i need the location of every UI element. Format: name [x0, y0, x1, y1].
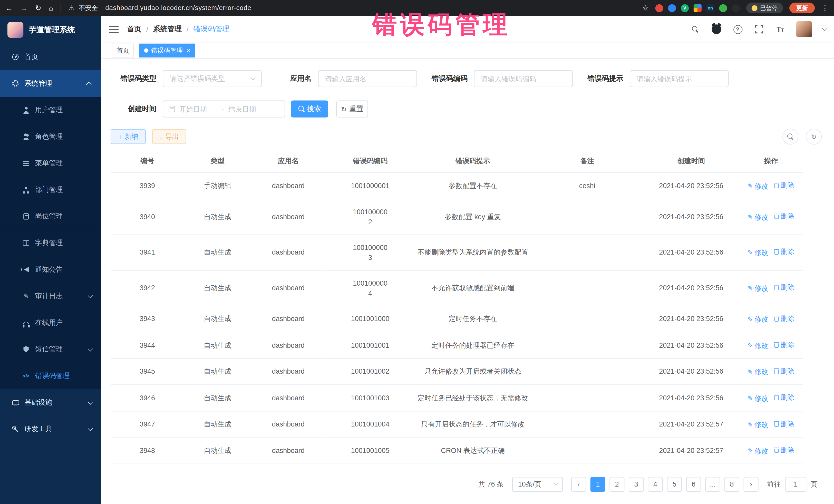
delete-link[interactable]: 删除	[774, 445, 794, 455]
delete-link[interactable]: 删除	[774, 392, 794, 402]
refresh-table-button[interactable]	[806, 129, 822, 145]
forward-icon[interactable]: →	[20, 4, 28, 12]
delete-link[interactable]: 删除	[774, 313, 794, 323]
extension-leaf-icon[interactable]	[719, 4, 727, 12]
reload-icon[interactable]: ↻	[35, 4, 41, 12]
edit-link[interactable]: ✎修改	[748, 446, 768, 456]
create-time-range-picker[interactable]: -	[163, 101, 285, 117]
page-button-6[interactable]: 6	[686, 477, 701, 491]
hamburger-icon[interactable]	[109, 26, 118, 32]
close-icon[interactable]: ×	[187, 47, 191, 53]
sidebar-item-tree[interactable]: 部门管理	[0, 177, 101, 203]
sidebar-item-list[interactable]: 菜单管理	[0, 150, 101, 177]
app-name-input[interactable]	[318, 70, 417, 87]
edit-link[interactable]: ✎修改	[748, 283, 768, 293]
page-button-5[interactable]: 5	[667, 477, 682, 491]
delete-link[interactable]: 删除	[774, 211, 794, 221]
page-button-8[interactable]: 8	[724, 477, 739, 491]
app-title: 芋道管理系统	[29, 25, 75, 35]
page-button-1[interactable]: 1	[591, 477, 605, 491]
edit-link[interactable]: ✎修改	[748, 314, 768, 324]
app-logo[interactable]: 芋道管理系统	[0, 16, 101, 44]
error-code-input[interactable]	[474, 70, 573, 87]
extension-on-badge-icon[interactable]: on	[706, 4, 715, 12]
extension-blue-icon[interactable]	[668, 4, 676, 12]
start-date-input[interactable]	[179, 105, 217, 113]
sidebar-item-gear[interactable]: 系统管理	[0, 70, 101, 97]
sidebar-item-megaphone[interactable]: 通知公告	[0, 256, 101, 283]
tab-item[interactable]: 首页	[112, 44, 134, 58]
kebab-menu-icon[interactable]: ⋮	[821, 4, 829, 12]
cell-time: 2021-04-20 23:52:57	[643, 437, 739, 464]
github-icon[interactable]	[711, 24, 722, 35]
create-time-label: 创建时间	[111, 104, 163, 114]
fullscreen-icon[interactable]	[754, 24, 764, 35]
error-type-select[interactable]: 请选择错误码类型	[163, 70, 262, 87]
edit-link[interactable]: ✎修改	[748, 212, 768, 222]
address-bar[interactable]: dashboard.yudao.iocoder.cn/system/error-…	[105, 4, 251, 12]
sidebar-item-monitor[interactable]: 基础设施	[0, 389, 101, 416]
add-button[interactable]: + 新增	[111, 129, 146, 144]
edit-link[interactable]: ✎修改	[748, 367, 768, 377]
delete-link[interactable]: 删除	[774, 366, 794, 376]
more-pages-button[interactable]: ...	[705, 477, 720, 491]
sidebar-item-badge[interactable]: 岗位管理	[0, 203, 101, 230]
search-icon[interactable]	[690, 24, 700, 35]
delete-link[interactable]: 删除	[774, 419, 794, 429]
cell-time: 2021-04-20 23:52:56	[643, 270, 739, 306]
prev-page-button[interactable]: ‹	[571, 477, 586, 491]
extension-dark-icon[interactable]	[732, 4, 740, 12]
extension-green-check-icon[interactable]: V	[681, 4, 689, 12]
delete-link[interactable]: 删除	[774, 283, 794, 292]
delete-link[interactable]: 删除	[774, 247, 794, 257]
sidebar-item-edit[interactable]: ✎审计日志	[0, 283, 101, 309]
sidebar-item-tool[interactable]: 研发工具	[0, 416, 101, 442]
next-page-button[interactable]: ›	[744, 477, 759, 491]
error-hint-input[interactable]	[630, 70, 729, 87]
goto-page-input[interactable]	[785, 477, 806, 491]
paused-badge[interactable]: 已暂停	[746, 3, 783, 13]
sidebar-item-user[interactable]: 用户管理	[0, 97, 101, 124]
sidebar-item-shield[interactable]: 短信管理	[0, 336, 101, 363]
delete-link[interactable]: 删除	[774, 180, 794, 190]
page-size-select[interactable]: 10条/页	[512, 477, 563, 491]
delete-label: 删除	[781, 445, 794, 455]
edit-link[interactable]: ✎修改	[748, 341, 768, 351]
breadcrumb-item[interactable]: 首页	[127, 24, 141, 34]
sidebar-item-book[interactable]: 字典管理	[0, 230, 101, 256]
reset-button[interactable]: 重置	[336, 101, 368, 117]
sidebar-item-code[interactable]: </>错误码管理	[0, 363, 101, 389]
sidebar-item-users[interactable]: 角色管理	[0, 124, 101, 150]
search-button[interactable]: 搜索	[291, 101, 328, 117]
fontsize-icon[interactable]: TT	[775, 24, 786, 35]
cell-remark	[531, 358, 643, 385]
sidebar-item-headset[interactable]: 在线用户	[0, 309, 101, 336]
tab-active[interactable]: 错误码管理×	[139, 44, 195, 58]
edit-link[interactable]: ✎修改	[748, 420, 768, 430]
edit-link[interactable]: ✎修改	[748, 248, 768, 258]
bookmark-star-icon[interactable]: ☆	[642, 4, 649, 12]
toggle-search-button[interactable]	[783, 129, 798, 145]
help-icon[interactable]: ?	[732, 24, 743, 35]
page-button-3[interactable]: 3	[629, 477, 643, 491]
extension-red-icon[interactable]	[655, 4, 663, 12]
home-icon[interactable]: ⌂	[49, 4, 53, 12]
export-button[interactable]: ↓ 导出	[152, 129, 186, 144]
pencil-icon: ✎	[748, 183, 753, 190]
refresh-icon	[811, 133, 817, 140]
update-button[interactable]: 更新	[789, 3, 815, 13]
page-button-2[interactable]: 2	[610, 477, 624, 491]
sidebar-item-dashboard[interactable]: 首页	[0, 44, 101, 70]
page-button-4[interactable]: 4	[648, 477, 663, 491]
end-date-input[interactable]	[228, 105, 267, 113]
user-avatar[interactable]	[796, 21, 812, 37]
edit-link[interactable]: ✎修改	[748, 393, 768, 403]
edit-link[interactable]: ✎修改	[748, 181, 768, 191]
back-icon[interactable]: ←	[5, 4, 13, 12]
error-hint-label: 错误码提示	[573, 74, 630, 83]
breadcrumb-item[interactable]: 系统管理	[153, 24, 182, 34]
delete-link[interactable]: 删除	[774, 340, 794, 350]
extension-grid-icon[interactable]	[694, 4, 702, 12]
headset-icon	[22, 319, 30, 326]
user-menu-caret-icon[interactable]	[822, 26, 827, 31]
